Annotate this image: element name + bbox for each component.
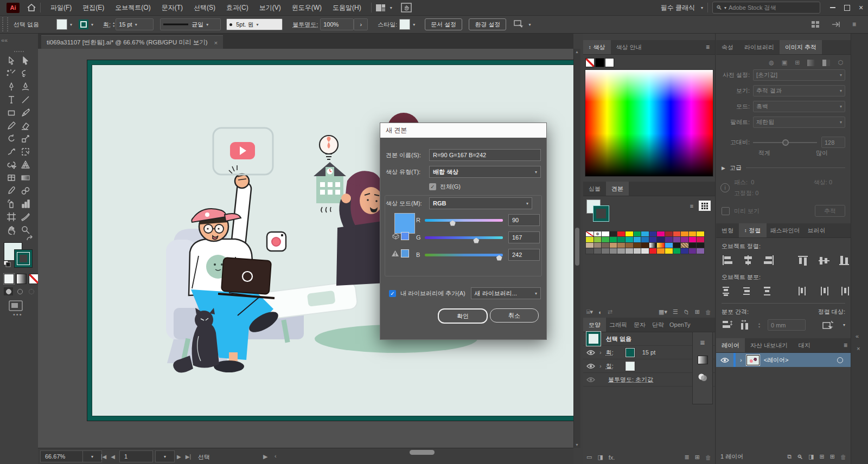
layer-row[interactable]: › <레이어> <box>716 353 851 367</box>
vertical-scrollbar[interactable]: ▲ ▼ <box>573 49 580 448</box>
new-layer-icon[interactable]: ⊞ <box>830 453 835 460</box>
last-artboard-icon[interactable]: ▶| <box>186 454 191 460</box>
draw-inside-icon[interactable] <box>27 287 36 295</box>
zoom-tool[interactable] <box>18 223 33 236</box>
swatch[interactable] <box>649 231 658 237</box>
swatch[interactable] <box>626 231 634 237</box>
swatch-link-icon[interactable]: ⇄ <box>608 308 612 315</box>
library-dropdown[interactable]: 새 라이브러리...▾ <box>471 287 541 299</box>
tab-pathfinder[interactable]: 패스파인더 <box>767 223 804 237</box>
document-setup-button[interactable]: 문서 설정 <box>425 18 462 30</box>
color-panel-menu-icon[interactable]: ≡ <box>700 40 715 54</box>
swatch-themes-icon[interactable]: ◐ <box>598 309 602 315</box>
gamut-warning-icon[interactable] <box>391 250 399 257</box>
screen-mode-icon[interactable] <box>9 300 23 311</box>
tab-close-icon[interactable]: × <box>214 40 218 46</box>
artboard-caret[interactable]: ▾ <box>155 450 175 462</box>
collect-export-icon[interactable]: ⧉ <box>787 453 792 460</box>
menu-8[interactable]: 도움말(H) <box>327 0 367 16</box>
swatch[interactable] <box>673 243 681 248</box>
web-shift-swatch[interactable] <box>401 232 409 240</box>
eraser-tool[interactable] <box>18 119 33 132</box>
global-checkbox[interactable]: ✓ <box>429 183 436 190</box>
advanced-expander-icon[interactable]: ▶ <box>722 165 725 171</box>
hscroll-left-icon[interactable]: ‹ <box>275 453 277 459</box>
swatch-name-input[interactable]: R=90 G=167 B=242 <box>429 149 541 161</box>
fill-swatch[interactable] <box>56 19 67 30</box>
new-swatch-icon[interactable]: ⊞ <box>695 308 700 315</box>
edit-toolbar-icon[interactable]: ••• <box>13 311 23 318</box>
blue-slider[interactable] <box>425 254 503 256</box>
collapse-tabs-icon[interactable]: «« <box>1 37 8 43</box>
swatch[interactable] <box>681 243 689 248</box>
swatch[interactable] <box>641 237 649 242</box>
swatch-libraries-icon[interactable]: ⌸▾ <box>586 308 593 315</box>
vertical-scroll-thumb[interactable] <box>575 228 579 266</box>
menu-4[interactable]: 선택(S) <box>188 0 221 16</box>
shaper-tool[interactable] <box>4 119 18 132</box>
tab-asset-export[interactable]: 자산 내보내기 <box>745 338 793 352</box>
swatch[interactable] <box>586 248 594 254</box>
distribute-vcenter-icon[interactable] <box>742 286 754 297</box>
free-transform-tool[interactable] <box>18 145 33 158</box>
red-slider[interactable] <box>425 219 503 222</box>
eyedropper-tool[interactable] <box>4 184 18 197</box>
tab-graphic-styles[interactable]: 그래픽 <box>606 318 630 332</box>
tab-symbols[interactable]: 심볼 <box>583 182 606 196</box>
swatch-list-view-icon[interactable]: ≡ <box>686 201 698 211</box>
swatch[interactable] <box>610 237 618 242</box>
menu-5[interactable]: 효과(C) <box>221 0 254 16</box>
line-segment-tool[interactable] <box>18 93 33 106</box>
swatch[interactable] <box>665 237 673 242</box>
swatch[interactable] <box>657 237 665 242</box>
prev-artboard-icon[interactable]: ◀ <box>111 454 115 460</box>
swatch[interactable] <box>626 237 634 242</box>
restore-button[interactable] <box>840 2 854 14</box>
swatch[interactable] <box>657 231 665 237</box>
swatch[interactable] <box>681 248 689 254</box>
color-spectrum[interactable] <box>585 69 713 177</box>
curvature-tool[interactable] <box>18 80 33 93</box>
fill-color-control[interactable]: ▾ <box>56 19 72 30</box>
tab-artboards[interactable]: 대지 <box>793 338 816 352</box>
artboard-tool[interactable] <box>4 210 18 223</box>
isolate-selection-icon[interactable]: ▾ <box>514 20 531 29</box>
horizontal-scroll-thumb[interactable] <box>410 450 435 455</box>
align-to-selection-icon[interactable] <box>822 320 834 330</box>
first-artboard-icon[interactable]: |◀ <box>101 454 106 460</box>
swatch-grid-view-icon[interactable] <box>699 201 711 211</box>
artboard-number-field[interactable]: 1 <box>119 450 153 462</box>
swatch[interactable] <box>657 248 665 254</box>
green-slider[interactable] <box>425 236 503 239</box>
layers-menu-icon[interactable]: ≡ <box>840 338 851 352</box>
arrange-documents-icon[interactable]: ▾ <box>376 4 392 11</box>
align-right-icon[interactable] <box>763 255 775 266</box>
opacity-expand[interactable]: › <box>354 18 368 30</box>
width-profile-dropdown[interactable]: 균일▾ <box>160 18 221 30</box>
pen-tool[interactable] <box>4 80 18 93</box>
menu-1[interactable]: 편집(E) <box>77 0 110 16</box>
new-sublayer-icon[interactable]: ⊞ <box>820 453 825 460</box>
swatch[interactable] <box>610 243 618 248</box>
swatch[interactable] <box>602 243 610 248</box>
layer-thumbnail[interactable] <box>746 355 760 365</box>
menu-7[interactable]: 윈도우(W) <box>286 0 327 16</box>
swatch[interactable] <box>586 237 594 242</box>
swatch[interactable] <box>617 231 626 237</box>
mini-menu-icon[interactable]: ≡ <box>700 338 705 347</box>
fill-swatch[interactable] <box>626 362 635 371</box>
swatch[interactable] <box>634 248 642 254</box>
status-play-icon[interactable]: ▶ <box>263 453 267 460</box>
stock-search-input[interactable]: 🔍︎ ▾ Adobe Stock 검색 <box>712 2 820 14</box>
transparency-panel-icon[interactable] <box>698 373 707 382</box>
layer-expand-icon[interactable]: › <box>740 357 742 363</box>
draw-behind-icon[interactable] <box>15 287 24 295</box>
visibility-icon[interactable] <box>586 377 595 383</box>
color-mode-button[interactable] <box>4 274 14 284</box>
swatch[interactable] <box>610 248 618 254</box>
hand-tool[interactable] <box>4 223 18 236</box>
swatch[interactable] <box>626 243 634 248</box>
tab-character[interactable]: 문자 <box>630 318 649 332</box>
swatch[interactable] <box>697 243 705 248</box>
tab-paragraph[interactable]: 단락 <box>649 318 667 332</box>
